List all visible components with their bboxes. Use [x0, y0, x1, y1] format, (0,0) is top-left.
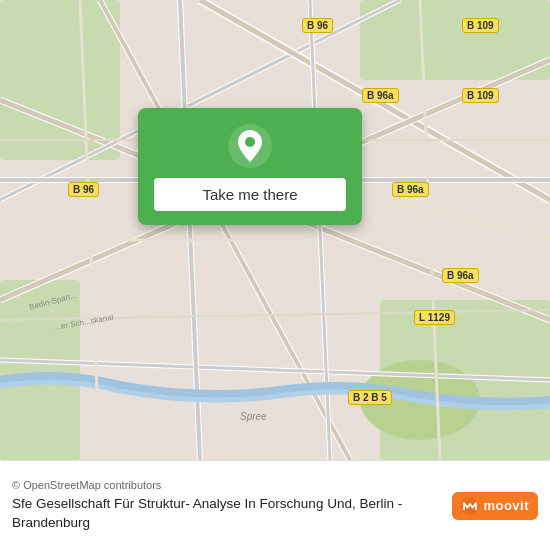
road-label-b96a-r3: B 96a: [442, 268, 479, 283]
map-container: Spree Berlin-Span... ...er Sch...skanal …: [0, 0, 550, 550]
svg-text:Spree: Spree: [240, 411, 267, 422]
road-label-b96a-r2: B 96a: [392, 182, 429, 197]
place-name: Sfe Gesellschaft Für Struktur- Analyse I…: [12, 495, 440, 533]
moovit-text: moovit: [483, 498, 529, 513]
location-pin-icon: [228, 124, 272, 168]
location-card: Take me there: [138, 108, 362, 225]
road-label-b96a-mid: B 96a: [362, 88, 399, 103]
road-label-b109-right: B 109: [462, 18, 499, 33]
road-label-b96-left: B 96: [68, 182, 99, 197]
road-label-b96-top: B 96: [302, 18, 333, 33]
map-background: Spree Berlin-Span... ...er Sch...skanal …: [0, 0, 550, 460]
moovit-box: moovit: [452, 492, 538, 520]
road-label-b109-r2: B 109: [462, 88, 499, 103]
moovit-logo[interactable]: moovit: [452, 492, 538, 520]
info-bar: © OpenStreetMap contributors Sfe Gesells…: [0, 460, 550, 550]
map-svg: Spree Berlin-Span... ...er Sch...skanal: [0, 0, 550, 460]
info-text: © OpenStreetMap contributors Sfe Gesells…: [12, 479, 440, 533]
svg-rect-2: [360, 0, 550, 80]
map-attribution: © OpenStreetMap contributors: [12, 479, 440, 491]
road-label-l1129: L 1129: [414, 310, 455, 325]
moovit-m-icon: [461, 497, 479, 515]
svg-rect-1: [0, 0, 120, 160]
svg-point-34: [245, 137, 255, 147]
road-label-b265: B 2 B 5: [348, 390, 392, 405]
take-me-there-button[interactable]: Take me there: [154, 178, 346, 211]
